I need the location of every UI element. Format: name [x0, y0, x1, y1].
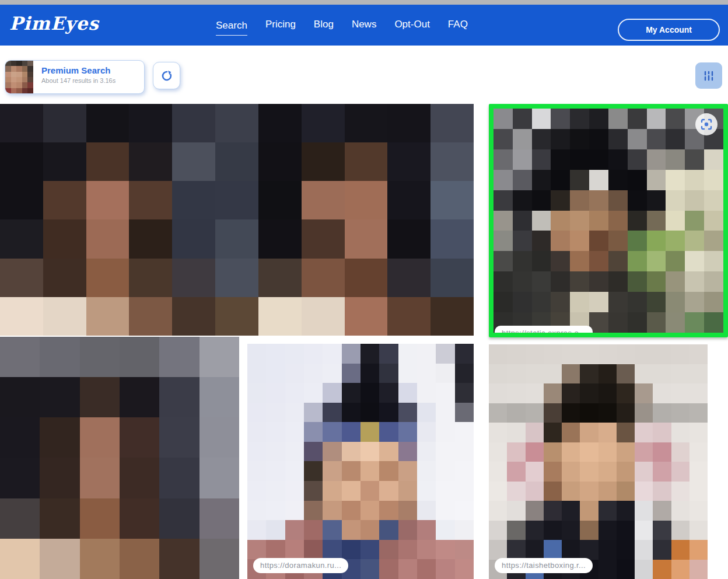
- nav-link-news[interactable]: News: [352, 19, 377, 32]
- nav-link-search[interactable]: Search: [216, 20, 247, 36]
- pimeyes-logo[interactable]: PimEyes: [9, 13, 99, 34]
- pimeyes-results-page: PimEyes Search Pricing Blog News Opt-Out…: [0, 0, 728, 579]
- result-image-pixelated: [0, 104, 474, 336]
- nav-link-faq[interactable]: FAQ: [448, 19, 468, 32]
- summary-title: Premium Search: [41, 65, 116, 75]
- results-count-label: About 147 results in 3.16s: [41, 77, 116, 84]
- filter-results-button[interactable]: [695, 62, 722, 89]
- my-account-button[interactable]: My Account: [618, 19, 720, 41]
- nav-link-pricing[interactable]: Pricing: [265, 19, 296, 32]
- refresh-icon: [160, 69, 173, 82]
- result-tile-blurred-2[interactable]: [0, 337, 239, 579]
- result-image: [489, 344, 708, 579]
- result-source-url: https://doramakun.ru...: [253, 558, 348, 573]
- result-source-url: https://taishetboxing.r...: [495, 558, 593, 573]
- main-navigation: Search Pricing Blog News Opt-Out FAQ: [216, 5, 468, 46]
- result-image: [494, 109, 723, 333]
- nav-link-blog[interactable]: Blog: [314, 19, 334, 32]
- nav-link-opt-out[interactable]: Opt-Out: [394, 19, 429, 32]
- result-image: [247, 344, 474, 579]
- result-tile-selected[interactable]: https://static.expres.o...: [489, 104, 728, 337]
- navbar: PimEyes Search Pricing Blog News Opt-Out…: [0, 5, 728, 46]
- premium-search-summary-card: Premium Search About 147 results in 3.16…: [5, 60, 145, 94]
- face-search-icon[interactable]: [695, 113, 718, 135]
- result-source-url: https://static.expres.o...: [495, 326, 593, 337]
- window-top-strip: [0, 0, 728, 5]
- result-tile-blurred-1[interactable]: [0, 104, 474, 336]
- result-tile-taishetboxing[interactable]: https://taishetboxing.r...: [489, 344, 708, 579]
- query-face-thumbnail: [5, 61, 33, 93]
- refresh-search-button[interactable]: [153, 62, 180, 89]
- summary-text: Premium Search About 147 results in 3.16…: [33, 61, 123, 93]
- result-tile-doramakun[interactable]: https://doramakun.ru...: [247, 344, 474, 579]
- result-image-pixelated: [0, 337, 239, 579]
- filter-sliders-icon: [703, 70, 715, 82]
